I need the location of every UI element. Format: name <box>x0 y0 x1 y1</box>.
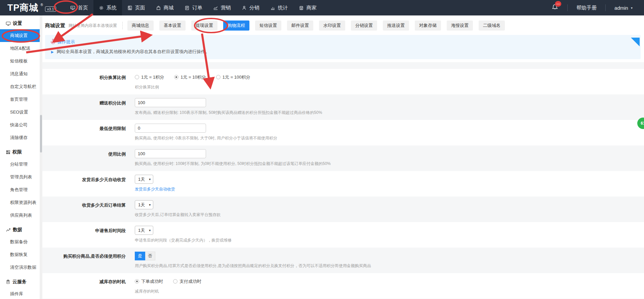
radio-checked-icon[interactable] <box>174 75 178 79</box>
version-badge: v3.1 <box>45 6 56 12</box>
tab-object-storage[interactable]: 对象存储 <box>415 20 441 31</box>
sidebar-item-express-company[interactable]: 快递公司 <box>0 119 40 131</box>
auto-receive-days-link[interactable]: 发货后多少天自动收货 <box>135 186 175 192</box>
sidebar-item-permission-list[interactable]: 权限资源列表 <box>0 196 40 209</box>
radio-checked-icon[interactable] <box>135 279 139 284</box>
tab-distribution-settings[interactable]: 分销设置 <box>351 20 377 31</box>
caret-down-icon: ▾ <box>149 203 151 207</box>
collapse-corner-toggle[interactable] <box>631 38 640 46</box>
monitor-icon <box>6 21 11 26</box>
tab-email-settings[interactable]: 邮件设置 <box>287 20 313 31</box>
radio-option-on-payment-success[interactable]: 支付成功时 <box>173 279 201 285</box>
form-row-use-ratio: 使用比例 购买商品, 使用积分时: 100时不限制, 为0时不能使用积分, 50… <box>42 145 644 171</box>
tab-basic-settings[interactable]: 基本设置 <box>159 20 186 31</box>
storefront-icon <box>299 5 304 10</box>
field-helper: 用户购买积分商品,结算方式是否必须使用积分,是为必须按照商品规定的积分兑换支付积… <box>135 263 644 269</box>
sidebar-item-clear-cache[interactable]: 清除缓存 <box>0 131 40 144</box>
sidebar-item-region-delivery[interactable]: 地区&配送 <box>0 42 40 55</box>
settle-days-select[interactable]: 1天 ▾ <box>135 200 153 209</box>
sidebar-item-data-restore[interactable]: 数据恢复 <box>0 248 40 261</box>
nav-label: 页面 <box>135 5 145 11</box>
field-label: 购买积分商品,是否必须使用积分 <box>42 251 126 269</box>
form-row-aftersale-period: 申请售后时间段 1天 ▾ 申请售后的时间段（交易完成多少天内），换货或维修 <box>42 222 644 248</box>
sidebar-item-mall-settings[interactable]: 商城设置 <box>0 29 40 42</box>
nav-item-statistics[interactable]: 统计 <box>265 0 293 15</box>
sidebar-item-plugin-library[interactable]: 插件库 <box>0 288 40 299</box>
content: 商城设置 网站全局内容基本选项设置 商城信息 基本设置 提现设置 购物流程 短信… <box>42 15 644 299</box>
nav-item-system[interactable]: 系统 <box>93 0 122 15</box>
radio-icon[interactable] <box>173 279 177 284</box>
sidebar-item-sms-template[interactable]: 短信模板 <box>0 55 40 68</box>
gear-icon <box>99 5 104 10</box>
field-helper: 购买商品, 使用积分时: 0表示不限制, 大于0时, 用户积分小于该值将不能使用… <box>135 135 644 141</box>
radio-option-1yuan-100points[interactable]: 1元 = 100积分 <box>216 74 250 80</box>
field-label: 减库存的时机 <box>42 277 126 294</box>
order-list-icon <box>185 5 190 10</box>
page-icon <box>127 5 132 10</box>
sidebar-item-data-backup[interactable]: 数据备份 <box>0 236 40 248</box>
use-ratio-input[interactable] <box>135 149 206 158</box>
form-row-must-use-points: 购买积分商品,是否必须使用积分 是 否 用户购买积分商品,结算方式是否必须使用积… <box>42 248 644 273</box>
field-helper: 积分换算比例 <box>135 84 644 90</box>
notifications-button[interactable]: … <box>551 3 559 12</box>
radio-icon[interactable] <box>135 75 139 79</box>
sidebar-scrollbar <box>40 15 42 299</box>
nav-label: 商家 <box>307 5 317 11</box>
nav-item-marketing[interactable]: 营销 <box>208 0 236 15</box>
nav-item-merchant[interactable]: 商家 <box>293 0 322 15</box>
tab-withdraw-settings[interactable]: 提现设置 <box>191 20 217 31</box>
tab-shopping-process[interactable]: 购物流程 <box>223 20 249 31</box>
sidebar-item-supplier-list[interactable]: 供应商列表 <box>0 209 40 222</box>
tip-box: 操作提示 ▶ 网站全局基本设置，商城及其他模块相关内容在其各自栏目设置项内进行操… <box>45 35 641 59</box>
sidebar-item-home-manage[interactable]: 首页管理 <box>0 93 40 106</box>
sidebar-item-role-manage[interactable]: 角色管理 <box>0 183 40 196</box>
radio-option-1yuan-10points[interactable]: 1元 = 10积分 <box>174 74 206 80</box>
tab-sms-settings[interactable]: 短信设置 <box>255 20 281 31</box>
nav-item-home[interactable]: 首页 <box>65 0 93 15</box>
shopping-bag-icon <box>156 5 161 10</box>
nav-item-distribution[interactable]: 分销 <box>236 0 265 15</box>
tab-poster-settings[interactable]: 海报设置 <box>447 20 473 31</box>
form-row-auto-receive-days: 发货后多少天自动收货 1天 ▾ 发货后多少天自动收货 <box>42 171 644 197</box>
nav-item-orders[interactable]: 订单 <box>179 0 208 15</box>
user-menu[interactable]: admin ▾ <box>606 5 635 11</box>
sidebar-item-clear-demo-data[interactable]: 清空演示数据 <box>0 261 40 274</box>
field-helper: 申请售后的时间段（交易完成多少天内），换货或维修 <box>135 238 644 243</box>
sidebar-item-seo[interactable]: SEO设置 <box>0 106 40 119</box>
tab-mall-info[interactable]: 商城信息 <box>127 20 154 31</box>
tip-body-row: ▶ 网站全局基本设置，商城及其他模块相关内容在其各自栏目设置项内进行操作。 <box>50 49 635 55</box>
toggle-no-button[interactable]: 否 <box>145 252 155 260</box>
clipboard-icon <box>6 280 10 284</box>
tab-subdomain[interactable]: 二级域名 <box>479 20 505 31</box>
sidebar-item-custom-nav[interactable]: 自定义导航栏 <box>0 80 40 93</box>
nav-item-pages[interactable]: 页面 <box>122 0 151 15</box>
sidebar-item-message-notify[interactable]: 消息通知 <box>0 68 40 80</box>
min-use-limit-input[interactable] <box>135 124 206 133</box>
divider-strip <box>42 62 644 69</box>
tip-title: 操作提示 <box>57 39 75 45</box>
radio-icon[interactable] <box>216 75 220 79</box>
form-row-points-ratio: 积分换算比例 1元 = 1积分 1元 = 10积分 1元 = 100积分 积分换… <box>42 69 644 94</box>
username: admin <box>614 5 628 11</box>
sidebar-item-substation[interactable]: 分站管理 <box>0 158 40 171</box>
tab-watermark-settings[interactable]: 水印设置 <box>319 20 345 31</box>
divider <box>122 22 123 29</box>
help-manual-link[interactable]: 帮助手册 <box>568 5 605 11</box>
field-helper: 收货多少天后,订单结算金额转入卖家平台预存款 <box>135 212 644 218</box>
scrollbar-thumb[interactable] <box>40 115 42 153</box>
field-label: 申请售后时间段 <box>42 226 126 243</box>
radio-option-on-order-success[interactable]: 下单成功时 <box>135 279 163 285</box>
tab-push-settings[interactable]: 推送设置 <box>383 20 409 31</box>
aftersale-period-select[interactable]: 1天 ▾ <box>135 226 153 235</box>
sidebar-item-admin-list[interactable]: 管理员列表 <box>0 171 40 183</box>
radio-option-1yuan-1point[interactable]: 1元 = 1积分 <box>135 74 164 80</box>
page-title: 商城设置 <box>45 23 65 29</box>
people-icon <box>242 5 247 10</box>
gift-points-input[interactable] <box>135 98 206 107</box>
field-helper: 购买商品, 使用积分时: 100时不限制, 为0时不能使用积分, 50时积分抵扣… <box>135 161 644 167</box>
nav-item-mall[interactable]: 商城 <box>151 0 179 15</box>
toggle-yes-button[interactable]: 是 <box>135 252 145 260</box>
nav-label: 营销 <box>221 5 231 11</box>
auto-receive-days-select[interactable]: 1天 ▾ <box>135 175 153 184</box>
form-row-min-use-limit: 最低使用限制 购买商品, 使用积分时: 0表示不限制, 大于0时, 用户积分小于… <box>42 120 644 145</box>
